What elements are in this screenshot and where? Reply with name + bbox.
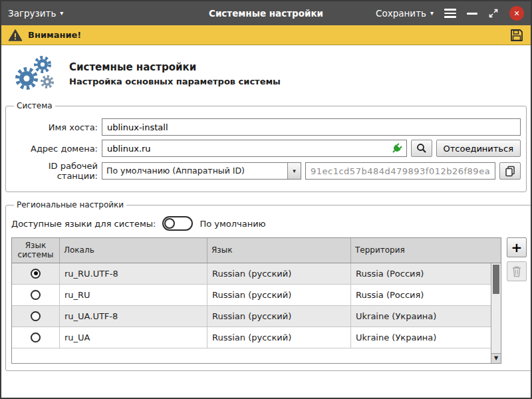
minimize-icon [467, 13, 477, 15]
warning-bar: Внимание! [1, 25, 531, 45]
locale-radio[interactable] [31, 311, 41, 321]
system-group-legend: Система [14, 101, 55, 110]
locale-radio[interactable] [31, 332, 41, 342]
cell-territory: Russia (Россия) [351, 263, 491, 284]
warning-label: Внимание! [28, 30, 81, 40]
close-button[interactable]: ✕ [509, 6, 524, 21]
domain-search-button[interactable] [411, 140, 432, 157]
hostname-label: Имя хоста: [11, 122, 98, 132]
system-group: Система Имя хоста: Адрес домена: [5, 101, 527, 192]
locale-actions: + [507, 237, 527, 281]
cell-language: Russian (русский) [207, 327, 351, 348]
page-header-text: Системные настройки Настройка основных п… [69, 61, 281, 86]
chevron-down-icon: ▾ [430, 10, 434, 17]
table-row[interactable]: ru_RU Russian (русский) Russia (Россия) [12, 285, 491, 306]
save-button[interactable]: Сохранить ▾ [376, 8, 434, 19]
hostname-input[interactable] [102, 118, 521, 136]
table-row[interactable]: ru_RU.UTF-8 Russian (русский) Russia (Ро… [12, 263, 491, 285]
add-locale-button[interactable]: + [507, 237, 527, 257]
locale-radio[interactable] [31, 290, 41, 300]
expand-icon [488, 8, 499, 19]
maximize-button[interactable] [488, 8, 499, 19]
locale-table: Язык системы Локаль Язык Территория ru_R… [11, 237, 501, 364]
available-languages-label: Доступные языки для системы: [11, 219, 156, 229]
locale-table-zone: Язык системы Локаль Язык Территория ru_R… [11, 237, 527, 364]
dropdown-arrow-icon: ▾ [287, 163, 301, 179]
station-id-label: ID рабочей станции: [11, 161, 98, 181]
available-languages-row: Доступные языки для системы: По умолчани… [11, 216, 527, 231]
titlebar-controls: Сохранить ▾ ✕ [376, 6, 524, 21]
table-scrollbar[interactable]: ▼ [491, 263, 501, 363]
station-id-value-input[interactable] [305, 162, 495, 180]
cell-territory: Ukraine (Украина) [351, 327, 491, 348]
copy-id-button[interactable] [499, 162, 521, 180]
station-id-mode-select[interactable]: По умолчанию (Аппаратный ID) ▾ [102, 162, 301, 180]
quick-save-button[interactable] [509, 28, 524, 43]
domain-label: Адрес домена: [11, 144, 98, 154]
trash-icon [511, 265, 522, 277]
menu-button[interactable] [444, 9, 456, 18]
chevron-down-icon: ▾ [60, 10, 63, 17]
delete-locale-button[interactable] [507, 261, 527, 281]
column-header-system-language[interactable]: Язык системы [12, 238, 60, 263]
cell-territory: Russia (Россия) [351, 285, 491, 305]
languages-toggle[interactable] [162, 216, 193, 231]
cell-locale: ru_RU [60, 285, 207, 305]
locale-radio[interactable] [31, 269, 41, 279]
page-subtitle: Настройка основных параметров системы [69, 76, 281, 86]
table-row[interactable]: ru_UA Russian (русский) Ukraine (Украина… [12, 327, 491, 348]
column-header-locale[interactable]: Локаль [60, 238, 207, 263]
cell-language: Russian (русский) [207, 263, 351, 284]
column-header-language[interactable]: Язык [207, 238, 351, 263]
content-area: Системные настройки Настройка основных п… [1, 45, 531, 398]
disconnect-button[interactable]: Отсоединиться [436, 140, 521, 157]
load-button[interactable]: Загрузить ▾ [8, 8, 63, 19]
locale-table-header: Язык системы Локаль Язык Территория [12, 238, 501, 263]
floppy-disk-icon [509, 28, 524, 43]
cell-locale: ru_UA.UTF-8 [60, 306, 207, 327]
cell-language: Russian (русский) [207, 306, 351, 327]
scrollbar-down-button[interactable]: ▼ [491, 353, 501, 363]
system-settings-window: Загрузить ▾ Системные настройки Сохранит… [0, 0, 532, 399]
search-icon [416, 143, 427, 154]
gears-icon [9, 55, 57, 93]
load-button-label: Загрузить [8, 8, 56, 19]
toggle-knob-icon [164, 218, 175, 229]
copy-icon [504, 165, 516, 177]
save-button-label: Сохранить [376, 8, 426, 19]
table-row[interactable]: ru_UA.UTF-8 Russian (русский) Ukraine (У… [12, 306, 491, 327]
close-icon: ✕ [509, 6, 524, 21]
hamburger-menu-icon [444, 9, 456, 18]
titlebar: Загрузить ▾ Системные настройки Сохранит… [1, 1, 531, 25]
locale-table-body: ru_RU.UTF-8 Russian (русский) Russia (Ро… [12, 263, 501, 363]
cell-locale: ru_UA [60, 327, 207, 348]
locale-table-rows: ru_RU.UTF-8 Russian (русский) Russia (Ро… [12, 263, 491, 363]
regional-group-legend: Региональные настройки [14, 200, 126, 209]
station-id-mode-value: По умолчанию (Аппаратный ID) [102, 163, 287, 179]
cell-locale: ru_RU.UTF-8 [60, 263, 207, 284]
page-title: Системные настройки [69, 61, 281, 73]
hostname-row: Имя хоста: [11, 118, 521, 136]
warning-triangle-icon [8, 29, 23, 42]
domain-row: Адрес домена: Отсоединиться [11, 140, 521, 157]
column-header-territory[interactable]: Территория [351, 238, 501, 263]
regional-group: Региональные настройки Доступные языки д… [5, 200, 531, 371]
domain-input-wrap [102, 140, 407, 157]
cell-language: Russian (русский) [207, 285, 351, 305]
scrollbar-thumb[interactable] [493, 265, 499, 294]
domain-input[interactable] [102, 140, 407, 157]
station-id-row: ID рабочей станции: По умолчанию (Аппара… [11, 161, 521, 181]
toggle-state-label: По умолчанию [200, 219, 265, 229]
page-header: Системные настройки Настройка основных п… [5, 49, 527, 101]
minimize-button[interactable] [467, 13, 477, 15]
cell-territory: Ukraine (Украина) [351, 306, 491, 327]
